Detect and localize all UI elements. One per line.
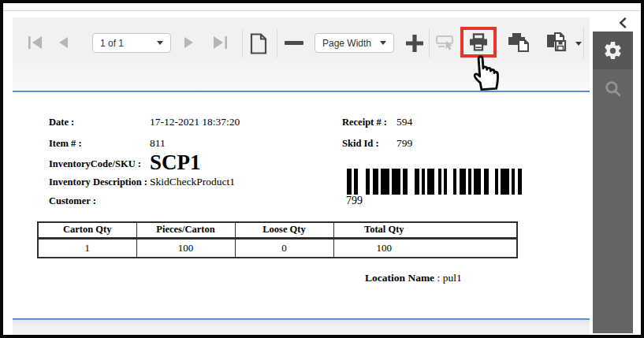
viewer-background [13,320,590,335]
location-label: Location Name [365,272,434,284]
toolbar-separator [242,29,243,58]
toolbar-separator [583,28,584,59]
field-value: 594 [396,116,412,128]
quantity-table: Carton Qty Pieces/Carton Loose Qty Total… [37,221,518,258]
export-menu-caret[interactable] [574,40,583,46]
table-cell: 100 [136,238,235,258]
chevron-down-icon [157,41,163,45]
field-label: Skid Id : [342,138,379,150]
field-value: SkidCheckProduct1 [150,176,235,188]
field-label: Item # : [49,138,82,150]
zoom-level-value: Page Width [322,38,371,49]
select-tool-icon [435,33,457,53]
page-number-value: 1 of 1 [100,38,124,49]
side-panel [593,32,633,333]
page-view-icon [250,33,267,54]
next-page-button[interactable] [183,36,195,49]
barcode-value: 799 [346,195,363,207]
page-view-button[interactable] [248,32,269,55]
table-header-row: Carton Qty Pieces/Carton Loose Qty Total… [38,222,517,238]
zoom-out-button[interactable] [284,35,304,50]
collapse-panel-button[interactable] [616,16,630,30]
field-value: 799 [396,137,412,150]
top-divider [3,10,641,11]
table-row: 1 100 0 100 [38,238,517,258]
gear-icon [603,41,623,61]
field-label: Inventory Description : [49,176,147,188]
caret-down-icon [575,42,582,46]
toolbar-separator [429,29,430,58]
location-value: pul1 [443,272,462,284]
field-value: 17-12-2021 18:37:20 [150,116,240,128]
table-cell: 0 [235,238,333,258]
location-separator: : [434,272,443,284]
col-header: Carton Qty [38,222,136,238]
printer-document-icon [507,32,530,53]
last-page-icon [211,35,229,50]
col-header: Total Qty [333,222,517,238]
last-page-button[interactable] [211,35,229,50]
field-label: InventoryCode/SKU : [49,158,141,170]
search-icon [604,80,622,98]
export-save-icon [545,32,570,53]
plus-icon [404,33,425,54]
location-line: Location Name : pul1 [365,272,462,284]
field-label: Receipt # : [342,117,387,128]
previous-page-button[interactable] [57,36,69,49]
pointing-hand-cursor [465,50,509,95]
sku-value: SCP1 [150,150,201,175]
field-value: 811 [150,137,166,150]
col-header: Pieces/Carton [136,222,235,238]
zoom-level-select[interactable]: Page Width [315,33,394,53]
first-page-button[interactable] [27,35,44,50]
export-button[interactable] [544,32,571,54]
table-cell: 100 [333,238,517,258]
zoom-in-button[interactable] [404,32,425,54]
search-tab[interactable] [593,69,633,107]
toolbar-separator [277,29,277,58]
print-document-button[interactable] [506,32,531,54]
settings-tab[interactable] [593,32,633,69]
select-tool-button-disabled[interactable] [434,32,458,53]
chevron-down-icon [380,41,386,45]
page-number-select[interactable]: 1 of 1 [92,33,171,53]
next-page-icon [183,36,195,49]
field-label: Date : [49,117,74,128]
table-cell: 1 [38,238,136,258]
report-page: Date : 17-12-2021 18:37:20 Item # : 811 … [13,92,590,318]
chevron-left-icon [618,17,628,29]
barcode [347,169,522,195]
minus-icon [285,41,303,45]
report-viewer-window: 1 of 1 Page Width [0,0,644,338]
previous-page-icon [57,36,69,49]
col-header: Loose Qty [235,222,333,238]
first-page-icon [27,35,44,50]
field-label: Customer : [49,195,96,207]
